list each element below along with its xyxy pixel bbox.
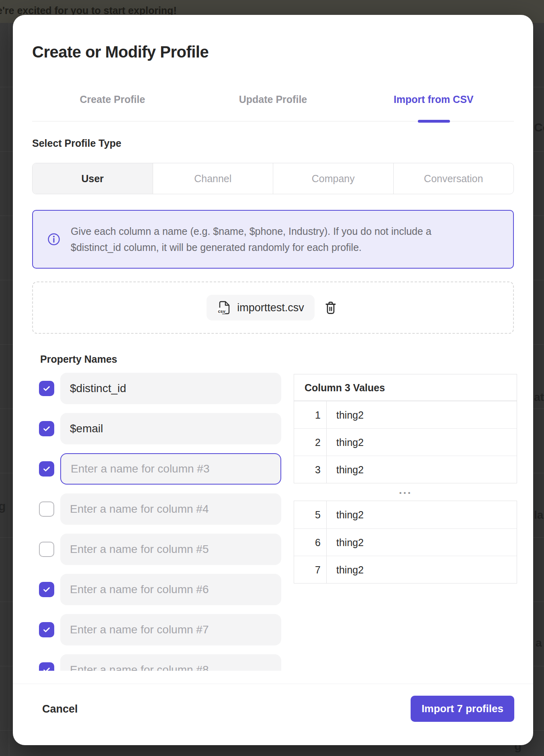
active-tab-underline [418,120,450,123]
delete-file-button[interactable] [322,299,339,316]
property-row-7 [32,614,281,645]
row-value: thing2 [327,556,517,583]
column-4-name-input[interactable] [60,493,281,525]
row-value: thing2 [327,401,517,428]
uploaded-file-name: importtest.csv [237,302,304,314]
property-row-4 [32,493,281,525]
property-names-list [32,369,281,671]
property-names-heading: Property Names [40,353,117,365]
footer-divider [13,684,533,684]
property-row-3 [32,453,281,485]
row-value: thing2 [327,456,517,483]
background-text-fragment: g [0,499,6,513]
row-number: 3 [294,456,327,483]
column-2-name-input[interactable] [60,413,281,444]
row-number: 7 [294,556,327,583]
profile-type-segmented-control: User Channel Company Conversation [32,163,514,194]
property-row-5 [32,534,281,565]
column-5-name-input[interactable] [60,534,281,565]
tab-import-from-csv[interactable]: Import from CSV [353,87,514,111]
checkbox-column-8[interactable] [39,662,54,671]
profile-type-label: Select Profile Type [32,138,121,149]
row-value: thing2 [327,501,517,528]
table-row: 5 thing2 [294,501,517,528]
column-1-name-input[interactable] [60,373,281,404]
checkbox-column-3[interactable] [39,461,54,477]
table-row: 7 thing2 [294,556,517,583]
info-icon [47,233,60,246]
property-row-8 [32,654,281,671]
preview-table-top: Column 3 Values 1 thing2 2 thing2 3 thin… [294,374,517,483]
segment-conversation[interactable]: Conversation [393,163,514,194]
cancel-button[interactable]: Cancel [42,701,78,717]
background-table-lines-left [0,23,13,756]
info-text: Give each column a name (e.g. $name, $ph… [71,223,456,255]
row-number: 5 [294,501,327,528]
svg-text:csv: csv [218,309,226,314]
row-number: 6 [294,529,327,556]
table-row: 2 thing2 [294,428,517,456]
checkbox-column-4[interactable] [39,501,54,517]
tab-update-profile[interactable]: Update Profile [193,87,354,111]
background-text-fragment: lal [534,509,544,522]
page-title: Create or Modify Profile [32,43,209,61]
column-values-preview: Column 3 Values 1 thing2 2 thing2 3 thin… [294,374,517,583]
modal-tabs: Create Profile Update Profile Import fro… [32,87,514,111]
row-number: 1 [294,401,327,428]
rows-ellipsis: ... [294,483,517,501]
checkbox-column-6[interactable] [39,582,54,597]
table-row: 3 thing2 [294,456,517,483]
preview-table-bottom: 5 thing2 6 thing2 7 thing2 [294,501,517,583]
column-8-name-input[interactable] [60,654,281,671]
create-or-modify-profile-modal: Create or Modify Profile Create Profile … [13,15,533,745]
table-row: 1 thing2 [294,401,517,428]
property-row-1 [32,373,281,404]
info-banner: Give each column a name (e.g. $name, $ph… [32,210,514,269]
row-value: thing2 [327,529,517,556]
row-number: 2 [294,429,327,456]
trash-icon [324,301,337,314]
checkbox-column-7[interactable] [39,622,54,637]
checkbox-column-2[interactable] [39,421,54,436]
preview-table-header: Column 3 Values [294,374,517,401]
background-text-fragment: a [536,637,542,649]
csv-file-icon: csv [217,300,231,315]
tab-create-profile[interactable]: Create Profile [32,87,193,111]
uploaded-file-chip: csv importtest.csv [207,295,315,320]
background-divider-line [9,23,9,756]
property-row-2 [32,413,281,444]
segment-user[interactable]: User [33,163,153,194]
upload-dropzone[interactable]: csv importtest.csv [32,281,514,334]
segment-channel[interactable]: Channel [153,163,273,194]
property-row-6 [32,574,281,605]
column-6-name-input[interactable] [60,574,281,605]
import-profiles-button[interactable]: Import 7 profiles [411,696,514,722]
column-3-name-input[interactable] [60,453,281,485]
segment-company[interactable]: Company [273,163,393,194]
background-text-fragment: Col [534,121,544,134]
table-row: 6 thing2 [294,528,517,556]
row-value: thing2 [327,429,517,456]
checkbox-column-1[interactable] [39,381,54,396]
column-7-name-input[interactable] [60,614,281,645]
background-text-fragment: ata [534,391,544,404]
checkbox-column-5[interactable] [39,542,54,557]
